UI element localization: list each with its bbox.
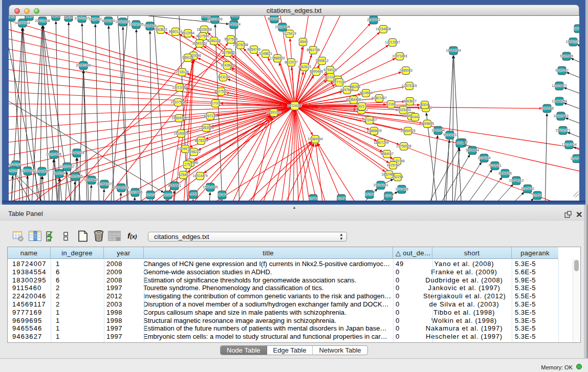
svg-text:1145194: 1145194 bbox=[53, 171, 66, 175]
svg-text:6466160: 6466160 bbox=[102, 19, 115, 23]
svg-text:7663822: 7663822 bbox=[154, 28, 167, 31]
svg-text:9557: 9557 bbox=[190, 192, 198, 196]
svg-text:1527602: 1527602 bbox=[89, 17, 102, 21]
svg-text:10958107: 10958107 bbox=[97, 182, 112, 186]
svg-text:8267130: 8267130 bbox=[204, 114, 217, 118]
svg-text:39139: 39139 bbox=[9, 169, 17, 172]
svg-text:15692971: 15692971 bbox=[555, 128, 571, 132]
svg-text:15716485: 15716485 bbox=[203, 185, 218, 189]
svg-text:16033809: 16033809 bbox=[207, 17, 223, 21]
svg-text:7632621: 7632621 bbox=[488, 164, 502, 167]
svg-text:10807487: 10807487 bbox=[372, 96, 387, 100]
svg-text:11121: 11121 bbox=[574, 27, 579, 30]
svg-text:9242845: 9242845 bbox=[221, 63, 234, 67]
svg-text:10975867: 10975867 bbox=[59, 165, 75, 168]
svg-text:9463627: 9463627 bbox=[403, 99, 417, 103]
svg-text:20206528: 20206528 bbox=[46, 152, 61, 156]
svg-text:12093872: 12093872 bbox=[552, 84, 567, 87]
svg-text:2718126: 2718126 bbox=[176, 70, 189, 74]
svg-text:8764: 8764 bbox=[385, 194, 393, 198]
svg-text:1125419: 1125419 bbox=[283, 32, 296, 35]
svg-text:9329966: 9329966 bbox=[560, 54, 573, 58]
svg-text:1156829: 1156829 bbox=[21, 169, 34, 172]
svg-text:12905135: 12905135 bbox=[68, 174, 83, 178]
svg-text:16914479: 16914479 bbox=[192, 174, 208, 178]
svg-text:19166829: 19166829 bbox=[173, 132, 189, 135]
svg-text:12923: 12923 bbox=[163, 193, 173, 196]
svg-text:8186328: 8186328 bbox=[207, 39, 221, 42]
svg-text:6794028: 6794028 bbox=[323, 68, 337, 72]
svg-text:6961758: 6961758 bbox=[307, 48, 320, 52]
svg-text:29676048: 29676048 bbox=[233, 43, 248, 47]
svg-text:7515526: 7515526 bbox=[143, 24, 157, 28]
svg-text:9245: 9245 bbox=[338, 196, 345, 200]
svg-text:19756928: 19756928 bbox=[396, 144, 411, 148]
svg-text:10653267: 10653267 bbox=[74, 16, 90, 20]
svg-text:1167533: 1167533 bbox=[570, 157, 579, 160]
svg-text:1892: 1892 bbox=[9, 16, 15, 18]
svg-text:19384554: 19384554 bbox=[308, 137, 323, 141]
svg-text:17364: 17364 bbox=[217, 193, 227, 196]
svg-text:9572: 9572 bbox=[231, 16, 239, 17]
svg-text:8990448: 8990448 bbox=[310, 70, 323, 73]
svg-text:989028: 989028 bbox=[182, 56, 193, 59]
svg-text:8912954: 8912954 bbox=[181, 31, 194, 35]
svg-text:3875685: 3875685 bbox=[222, 51, 235, 54]
svg-text:10025453: 10025453 bbox=[396, 108, 411, 112]
svg-text:9084067: 9084067 bbox=[380, 152, 394, 156]
svg-text:10973493: 10973493 bbox=[392, 54, 407, 58]
svg-text:1498222: 1498222 bbox=[187, 150, 201, 154]
svg-text:17957225: 17957225 bbox=[84, 178, 99, 182]
svg-text:12753: 12753 bbox=[183, 163, 192, 166]
svg-text:10684: 10684 bbox=[309, 196, 318, 200]
svg-text:3824554: 3824554 bbox=[359, 91, 373, 95]
svg-text:12942757: 12942757 bbox=[34, 169, 50, 173]
svg-text:1362615: 1362615 bbox=[298, 65, 311, 69]
svg-text:3215958: 3215958 bbox=[540, 106, 554, 110]
svg-text:8471676: 8471676 bbox=[498, 171, 512, 175]
svg-text:16094: 16094 bbox=[365, 192, 375, 196]
svg-text:12444154: 12444154 bbox=[552, 99, 567, 103]
svg-text:12213967: 12213967 bbox=[385, 40, 400, 44]
svg-text:6871: 6871 bbox=[456, 141, 464, 145]
svg-text:9227342: 9227342 bbox=[555, 69, 569, 72]
svg-text:7955812: 7955812 bbox=[315, 59, 329, 62]
svg-text:20691406: 20691406 bbox=[35, 19, 50, 23]
svg-text:9474444: 9474444 bbox=[466, 148, 479, 152]
svg-text:8454749: 8454749 bbox=[247, 48, 260, 51]
svg-text:2935114: 2935114 bbox=[477, 156, 491, 160]
svg-text:417004: 417004 bbox=[210, 101, 221, 105]
svg-text:10654112: 10654112 bbox=[509, 179, 524, 182]
svg-text:16213: 16213 bbox=[357, 104, 367, 108]
svg-text:11614: 11614 bbox=[64, 16, 73, 19]
svg-text:16210643: 16210643 bbox=[553, 114, 569, 118]
svg-text:10688609: 10688609 bbox=[366, 129, 382, 133]
svg-text:16543362: 16543362 bbox=[192, 41, 207, 45]
svg-text:14055714: 14055714 bbox=[15, 21, 30, 25]
svg-text:835061: 835061 bbox=[10, 163, 21, 166]
svg-text:19654925: 19654925 bbox=[171, 116, 187, 120]
svg-text:92450: 92450 bbox=[533, 193, 542, 197]
svg-text:9777169: 9777169 bbox=[333, 80, 346, 84]
svg-text:1615152: 1615152 bbox=[386, 163, 400, 167]
svg-text:18724007: 18724007 bbox=[287, 104, 302, 107]
svg-text:12353594: 12353594 bbox=[199, 126, 214, 129]
svg-text:16782759: 16782759 bbox=[114, 186, 129, 189]
svg-text:9245652: 9245652 bbox=[521, 187, 534, 190]
svg-text:5933923: 5933923 bbox=[443, 133, 456, 137]
svg-text:19654925: 19654925 bbox=[400, 129, 416, 133]
svg-text:18640: 18640 bbox=[298, 40, 308, 43]
svg-text:17016504: 17016504 bbox=[561, 143, 577, 146]
svg-text:20053346: 20053346 bbox=[76, 63, 91, 67]
svg-text:19218506: 19218506 bbox=[275, 25, 290, 29]
svg-text:17359924: 17359924 bbox=[69, 151, 84, 155]
svg-text:7726: 7726 bbox=[26, 16, 33, 18]
svg-text:8660124: 8660124 bbox=[169, 30, 182, 33]
svg-text:252254: 252254 bbox=[392, 175, 403, 179]
svg-text:8304: 8304 bbox=[421, 103, 429, 106]
svg-text:15751074: 15751074 bbox=[565, 40, 579, 43]
svg-text:7625402: 7625402 bbox=[177, 173, 190, 177]
svg-text:10923: 10923 bbox=[146, 193, 156, 196]
svg-text:17588520: 17588520 bbox=[270, 56, 285, 60]
svg-text:1733426: 1733426 bbox=[395, 187, 408, 191]
